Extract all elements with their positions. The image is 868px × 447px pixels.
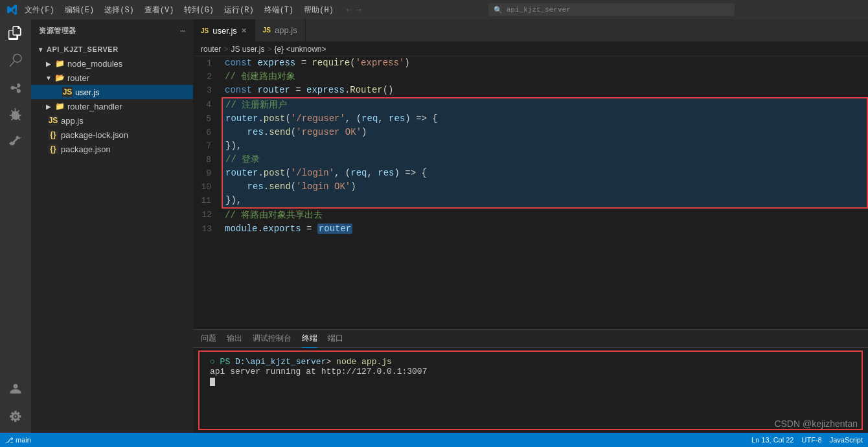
token-span: // 将路由对象共享出去: [225, 210, 323, 220]
table-row: 2// 创建路由对象: [193, 70, 867, 84]
search-wrap[interactable]: 🔍 api_kjzt_server: [488, 3, 735, 16]
token-span: router: [225, 113, 258, 124]
tree-item-label: package-lock.json: [61, 130, 128, 140]
terminal-prompt: >: [326, 357, 336, 367]
terminal-cursor: [210, 378, 215, 386]
menu-file[interactable]: 文件(F): [25, 5, 54, 16]
back-arrow[interactable]: ←: [347, 5, 352, 15]
token-span: ): [350, 181, 356, 192]
token-span: res: [378, 168, 394, 178]
line-content: }),: [222, 139, 867, 153]
search-text: api_kjzt_server: [507, 6, 571, 14]
terminal-content[interactable]: ○ PS D:\api_kjzt_server> node app.jsapi …: [198, 350, 863, 430]
tree-app-js[interactable]: JS app.js: [31, 113, 193, 128]
main-layout: 资源管理器 ⋯ ▼ API_KJZT_SERVER ▶ 📁 node_modul…: [0, 19, 868, 433]
forward-arrow[interactable]: →: [356, 5, 361, 15]
panel-tab-terminal[interactable]: 终端: [302, 330, 317, 348]
menu-edit[interactable]: 编辑(E): [65, 5, 95, 16]
menu-help[interactable]: 帮助(H): [304, 5, 334, 16]
menu-select[interactable]: 选择(S): [104, 5, 134, 16]
line-content: // 登录: [222, 153, 867, 166]
table-row: 12// 将路由对象共享出去: [193, 208, 867, 222]
token-span: ): [404, 58, 409, 68]
tab-js-icon: JS: [263, 27, 271, 34]
menu-terminal[interactable]: 终端(T): [264, 5, 294, 16]
tree-package-lock[interactable]: {} package-lock.json: [31, 128, 193, 142]
line-number: 2: [193, 70, 222, 84]
tree-package-json[interactable]: {} package.json: [31, 142, 193, 156]
token-span: ) => {: [405, 113, 437, 124]
panel-tab-problems[interactable]: 问题: [201, 330, 216, 348]
line-content: res.send('reguser OK'): [222, 126, 867, 139]
terminal-output: api server running at http://127.0.0.1:3…: [210, 367, 427, 376]
token-span: const: [225, 85, 257, 95]
terminal-cursor-line: [210, 376, 851, 386]
chevron-right-icon: ▶: [44, 102, 53, 111]
menu-goto[interactable]: 转到(G): [184, 5, 214, 16]
tree-node-modules[interactable]: ▶ 📁 node_modules: [31, 56, 193, 71]
activity-source-control[interactable]: [5, 76, 27, 98]
token-span: express: [306, 85, 345, 95]
token-span: send: [269, 127, 291, 137]
token-span: exports: [263, 224, 301, 234]
activity-debug[interactable]: [5, 104, 27, 126]
table-row: 6 res.send('reguser OK'): [193, 126, 867, 139]
line-number: 9: [193, 166, 222, 180]
tab-close-button[interactable]: ✕: [241, 27, 247, 35]
chevron-down-icon: ▼: [44, 73, 53, 82]
chevron-down-icon: ▼: [36, 45, 45, 54]
panel-tab-ports[interactable]: 端口: [328, 330, 343, 348]
token-span: require: [312, 58, 350, 68]
tree-user-js[interactable]: JS user.js: [31, 85, 193, 99]
token-span: (): [383, 85, 394, 95]
code-editor[interactable]: 1const express = require('express')2// 创…: [193, 56, 868, 329]
activity-explorer[interactable]: [5, 22, 27, 44]
tab-user-js[interactable]: JS user.js ✕: [193, 19, 255, 41]
table-row: 13module.exports = router: [193, 222, 867, 236]
menu-run[interactable]: 运行(R): [224, 5, 254, 16]
title-bar: 文件(F) 编辑(E) 选择(S) 查看(V) 转到(G) 运行(R) 终端(T…: [0, 0, 868, 19]
breadcrumb-userjs[interactable]: JS user.js: [231, 45, 264, 54]
status-encoding[interactable]: UTF-8: [801, 436, 821, 444]
tab-app-js[interactable]: JS app.js: [255, 19, 306, 41]
status-language[interactable]: JavaScript: [830, 436, 863, 444]
tab-label: app.js: [275, 25, 297, 35]
token-span: =: [290, 85, 306, 95]
tab-bar: JS user.js ✕ JS app.js: [193, 19, 868, 42]
table-row: 7}),: [193, 139, 867, 153]
line-content: router.post('/reguser', (req, res) => {: [222, 112, 867, 126]
line-number: 10: [193, 180, 222, 194]
token-span: express: [257, 58, 295, 68]
line-number: 13: [193, 222, 222, 236]
breadcrumb-router[interactable]: router: [201, 45, 221, 54]
table-row: 11}),: [193, 194, 867, 208]
menu-view[interactable]: 查看(V): [144, 5, 174, 16]
panel-tab-output[interactable]: 输出: [227, 330, 242, 348]
activity-search[interactable]: [5, 49, 27, 71]
line-number: 12: [193, 208, 222, 222]
status-position[interactable]: Ln 13, Col 22: [751, 436, 794, 444]
panel-tab-debug[interactable]: 调试控制台: [253, 330, 291, 348]
line-number: 8: [193, 153, 222, 166]
token-span: .: [264, 181, 269, 192]
menu-bar[interactable]: 文件(F) 编辑(E) 选择(S) 查看(V) 转到(G) 运行(R) 终端(T…: [25, 5, 334, 16]
table-row: 1const express = require('express'): [193, 56, 867, 70]
tab-label: user.js: [212, 26, 237, 36]
status-branch[interactable]: ⎇ main: [5, 436, 31, 444]
tree-router-handler[interactable]: ▶ 📁 router_handler: [31, 99, 193, 113]
tree-project-root[interactable]: ▼ API_KJZT_SERVER: [31, 42, 193, 56]
breadcrumb-unknown[interactable]: {e} <unknown>: [274, 45, 326, 54]
line-number: 7: [193, 139, 222, 153]
token-span: .: [264, 127, 269, 137]
activity-account[interactable]: [5, 378, 27, 400]
token-span: // 注册新用户: [225, 100, 287, 110]
activity-extensions[interactable]: [5, 131, 27, 153]
breadcrumb: router > JS user.js > {e} <unknown>: [193, 42, 868, 56]
sidebar-actions[interactable]: ⋯: [180, 26, 185, 36]
tree-router-folder[interactable]: ▼ 📂 router: [31, 71, 193, 85]
line-number: 11: [193, 194, 222, 208]
token-span: }),: [225, 141, 247, 151]
table-row: 4// 注册新用户: [193, 98, 867, 112]
activity-settings[interactable]: [5, 406, 27, 428]
token-span: [225, 127, 247, 137]
